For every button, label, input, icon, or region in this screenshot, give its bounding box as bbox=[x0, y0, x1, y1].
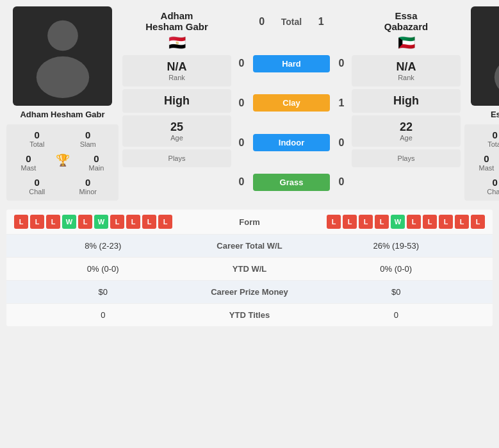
svg-point-3 bbox=[494, 56, 499, 98]
player2-avatar bbox=[471, 6, 499, 106]
form-badge-l: L bbox=[327, 215, 341, 229]
top-section: Adham Hesham Gabr 0 Total 0 Slam 0 Mast bbox=[0, 0, 499, 207]
player1-flag: 🇪🇬 bbox=[122, 35, 231, 51]
player2-age-box: 22 Age bbox=[352, 115, 461, 147]
player1-header-name: AdhamHesham Gabr bbox=[122, 10, 231, 32]
form-badge-l: L bbox=[375, 215, 389, 229]
form-badge-l: L bbox=[423, 215, 437, 229]
form-badge-l: L bbox=[142, 215, 156, 229]
clay-row: 0 Clay 1 bbox=[235, 94, 348, 112]
player1-stats-row2: 0 Mast 🏆 0 Main bbox=[6, 151, 119, 174]
player1-chall: 0 Chall bbox=[22, 177, 51, 195]
player2-card: Essa Qabazard 0 Total 0 Slam 0 Mast bbox=[464, 6, 499, 201]
player1-stats: 0 Total 0 Slam 0 Mast 🏆 bbox=[6, 124, 119, 201]
player2-name: Essa Qabazard bbox=[491, 110, 499, 119]
indoor-row: 0 Indoor 0 bbox=[235, 134, 348, 151]
form-badge-l: L bbox=[359, 215, 373, 229]
titles-row: 0 YTD Titles 0 bbox=[6, 304, 493, 326]
ytd-row: 0% (0-0) YTD W/L 0% (0-0) bbox=[6, 258, 493, 281]
form-badge-l: L bbox=[126, 215, 140, 229]
titles-label: YTD Titles bbox=[192, 310, 307, 320]
prize-row: $0 Career Prize Money $0 bbox=[6, 281, 493, 304]
player2-header-name: EssaQabazard bbox=[352, 10, 461, 32]
player1-minor: 0 Minor bbox=[74, 177, 102, 195]
form-badge-l: L bbox=[110, 215, 124, 229]
form-badge-l: L bbox=[14, 215, 28, 229]
form-badge-l: L bbox=[46, 215, 60, 229]
player2-stats: 0 Total 0 Slam 0 Mast 🏆 bbox=[464, 124, 499, 201]
form-badge-l: L bbox=[439, 215, 453, 229]
player1-stats-row3: 0 Chall 0 Minor bbox=[6, 174, 119, 198]
indoor-button[interactable]: Indoor bbox=[253, 134, 330, 151]
player2-form-badges: LLLLWLLLLL bbox=[282, 215, 486, 229]
player1-header: AdhamHesham Gabr 🇪🇬 bbox=[122, 6, 231, 53]
player1-main: 0 Main bbox=[82, 153, 111, 172]
player2-stats-row1: 0 Total 0 Slam bbox=[464, 127, 499, 151]
titles-left: 0 bbox=[14, 310, 192, 320]
career-label: Career Total W/L bbox=[192, 241, 307, 251]
form-badge-l: L bbox=[158, 215, 172, 229]
player1-slam: 0 Slam bbox=[74, 129, 102, 148]
form-badge-w: W bbox=[62, 215, 76, 229]
player1-stats-row1: 0 Total 0 Slam bbox=[6, 127, 119, 151]
form-label: Form bbox=[218, 217, 282, 227]
player2-level-box: High bbox=[352, 89, 461, 113]
form-badge-l: L bbox=[343, 215, 357, 229]
player2-info-panel: EssaQabazard 🇰🇼 N/A Rank High 22 Age Pla… bbox=[352, 6, 461, 201]
form-badge-l: L bbox=[78, 215, 92, 229]
player1-mast: 0 Mast bbox=[14, 153, 43, 172]
player2-header: EssaQabazard 🇰🇼 bbox=[352, 6, 461, 53]
player2-chall: 0 Chall bbox=[480, 177, 499, 195]
grass-button[interactable]: Grass bbox=[253, 174, 330, 191]
player1-info-panel: AdhamHesham Gabr 🇪🇬 N/A Rank High 25 Age… bbox=[122, 6, 231, 201]
prize-right: $0 bbox=[307, 287, 486, 297]
player1-total: 0 Total bbox=[22, 129, 51, 148]
player2-rank-box: N/A Rank bbox=[352, 55, 461, 87]
player1-name: Adham Hesham Gabr bbox=[20, 110, 104, 119]
player2-stats-row2: 0 Mast 🏆 0 Main bbox=[464, 151, 499, 174]
player2-stats-row3: 0 Chall 0 Minor bbox=[464, 174, 499, 198]
prize-label: Career Prize Money bbox=[192, 287, 307, 297]
hard-row: 0 Hard 0 bbox=[235, 55, 348, 72]
player1-trophy-icon: 🏆 bbox=[48, 153, 77, 172]
grass-row: 0 Grass 0 bbox=[235, 174, 348, 191]
svg-point-1 bbox=[36, 56, 88, 98]
player1-plays-box: Plays bbox=[122, 149, 231, 167]
player1-level-box: High bbox=[122, 89, 231, 113]
player1-rank-box: N/A Rank bbox=[122, 55, 231, 87]
career-row: 8% (2-23) Career Total W/L 26% (19-53) bbox=[6, 235, 493, 258]
form-row: LLLWLWLLLL Form LLLLWLLLLL bbox=[6, 210, 493, 235]
ytd-left: 0% (0-0) bbox=[14, 264, 192, 274]
player1-card: Adham Hesham Gabr 0 Total 0 Slam 0 Mast bbox=[6, 6, 119, 201]
form-badge-l: L bbox=[407, 215, 421, 229]
player2-plays-box: Plays bbox=[352, 149, 461, 167]
ytd-label: YTD W/L bbox=[192, 264, 307, 274]
ytd-right: 0% (0-0) bbox=[307, 264, 486, 274]
bottom-section: LLLWLWLLLL Form LLLLWLLLLL 8% (2-23) Car… bbox=[6, 210, 493, 326]
player1-form-badges: LLLWLWLLLL bbox=[14, 215, 218, 229]
form-badge-l: L bbox=[30, 215, 44, 229]
form-badge-w: W bbox=[94, 215, 108, 229]
titles-right: 0 bbox=[307, 310, 486, 320]
clay-button[interactable]: Clay bbox=[253, 94, 330, 112]
main-container: Adham Hesham Gabr 0 Total 0 Slam 0 Mast bbox=[0, 0, 499, 326]
player1-age-box: 25 Age bbox=[122, 115, 231, 147]
center-scores: 0 Total 1 0 Hard 0 0 Clay 1 0 Indoor 0 bbox=[235, 6, 348, 201]
player1-avatar bbox=[13, 6, 112, 106]
prize-left: $0 bbox=[14, 287, 192, 297]
svg-point-0 bbox=[47, 20, 78, 51]
form-badge-l: L bbox=[455, 215, 469, 229]
player2-total: 0 Total bbox=[480, 129, 499, 148]
total-wrapper: 0 Total 1 bbox=[256, 16, 327, 33]
hard-button[interactable]: Hard bbox=[253, 55, 330, 72]
form-badge-w: W bbox=[391, 215, 405, 229]
player2-flag: 🇰🇼 bbox=[352, 35, 461, 51]
career-left: 8% (2-23) bbox=[14, 241, 192, 251]
career-right: 26% (19-53) bbox=[307, 241, 486, 251]
form-badge-l: L bbox=[471, 215, 485, 229]
player2-mast: 0 Mast bbox=[472, 153, 499, 172]
